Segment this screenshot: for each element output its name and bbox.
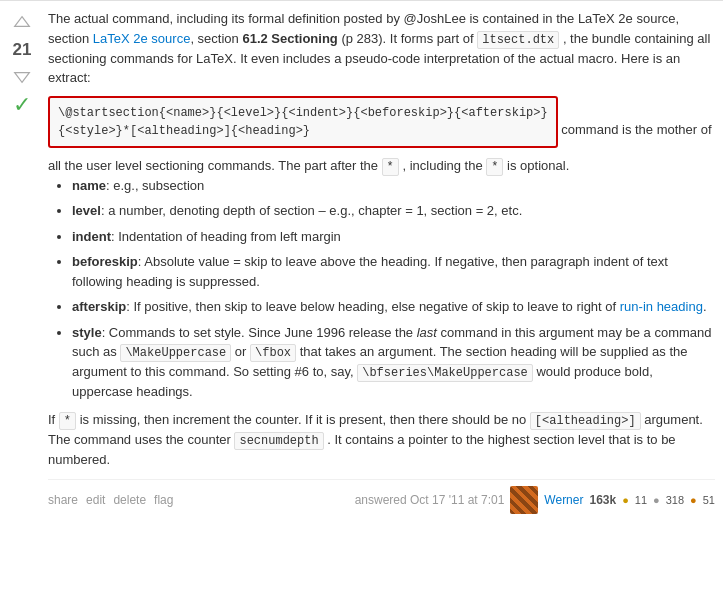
footer-after-star: is missing, then increment the counter. …: [76, 412, 530, 427]
accepted-checkmark: ✓: [13, 92, 31, 118]
avatar: [510, 486, 538, 514]
list-item-style: style: Commands to set style. Since June…: [72, 323, 715, 402]
list-item-indent: indent: Indentation of heading from left…: [72, 227, 715, 247]
user-rep: 163k: [589, 493, 616, 507]
vote-down-icon[interactable]: [11, 64, 33, 86]
footer-if: If: [48, 412, 59, 427]
optional-text: , including the: [402, 158, 486, 173]
params-list: name: e.g., subsection level: a number, …: [72, 176, 715, 402]
flag-link[interactable]: flag: [154, 493, 173, 507]
gold-badge-icon: ●: [622, 494, 629, 506]
startsection-code-block: \@startsection{<name>}{<level>}{<indent>…: [48, 96, 558, 148]
footer-star-code: *: [59, 412, 76, 430]
list-item-afterskip: afterskip: If positive, then skip to lea…: [72, 297, 715, 317]
avatar-img: [510, 486, 538, 514]
term-indent-text: : Indentation of heading from left margi…: [111, 229, 341, 244]
latex2e-source-link[interactable]: LaTeX 2e source: [93, 31, 191, 46]
star-inline: *: [382, 158, 399, 176]
term-name: name: [72, 178, 106, 193]
code-block-wrapper: \@startsection{<name>}{<level>}{<indent>…: [48, 96, 715, 176]
term-indent: indent: [72, 229, 111, 244]
footer-paragraph: If * is missing, then increment the coun…: [48, 410, 715, 470]
section-ref: 61.2 Sectioning: [242, 31, 337, 46]
vote-count: 21: [13, 41, 32, 58]
term-style-or: or: [231, 344, 250, 359]
delete-link[interactable]: delete: [113, 493, 146, 507]
user-name-link[interactable]: Werner: [544, 493, 583, 507]
silver-badge-count: 318: [666, 494, 684, 506]
list-item-level: level: a number, denoting depth of secti…: [72, 201, 715, 221]
term-beforeskip: beforeskip: [72, 254, 138, 269]
bfseries-code: \bfseries\MakeUppercase: [357, 364, 533, 382]
answered-label: answered Oct 17 '11 at 7:01: [355, 493, 505, 507]
term-afterskip: afterskip: [72, 299, 126, 314]
content-column: The actual command, including its formal…: [40, 9, 719, 514]
ltsect-code: ltsect.dtx: [477, 31, 559, 49]
gold-badge-count: 11: [635, 494, 647, 506]
run-in-heading-link[interactable]: run-in heading: [620, 299, 703, 314]
fbox-code: \fbox: [250, 344, 296, 362]
answer-body: The actual command, including its formal…: [48, 9, 715, 469]
term-style-before: : Commands to set style. Since June 1996…: [102, 325, 417, 340]
silver-badge-icon: ●: [653, 494, 660, 506]
term-level-text: : a number, denoting depth of section – …: [101, 203, 522, 218]
bronze-badge-count: 51: [703, 494, 715, 506]
answer-footer: share edit delete flag answered Oct 17 '…: [48, 479, 715, 514]
secnumdepth-code: secnumdepth: [234, 432, 323, 450]
star-inline2: *: [486, 158, 503, 176]
section-ref-suffix: (p 283). It forms part of: [338, 31, 477, 46]
edit-link[interactable]: edit: [86, 493, 105, 507]
answer-actions: share edit delete flag: [48, 493, 173, 507]
optional-suffix: is optional.: [507, 158, 569, 173]
code-line1: \@startsection{<name>}{<level>}{<indent>…: [58, 106, 548, 120]
code-line2: {<style>}*[<altheading>]{<heading>}: [58, 124, 310, 138]
term-style: style: [72, 325, 102, 340]
list-item-name: name: e.g., subsection: [72, 176, 715, 196]
share-link[interactable]: share: [48, 493, 78, 507]
makeuppercase-code: \MakeUppercase: [120, 344, 231, 362]
term-name-text: : e.g., subsection: [106, 178, 204, 193]
intro-paragraph: The actual command, including its formal…: [48, 9, 715, 88]
answerer-info: answered Oct 17 '11 at 7:01 Werner 163k …: [355, 486, 715, 514]
bronze-badge-icon: ●: [690, 494, 697, 506]
altheading-code: [<altheading>]: [530, 412, 641, 430]
term-style-italic: last: [417, 325, 437, 340]
vote-column: 21 ✓: [4, 9, 40, 514]
vote-up-icon[interactable]: [11, 13, 33, 35]
term-afterskip-text: : If positive, then skip to leave below …: [126, 299, 620, 314]
list-item-beforeskip: beforeskip: Absolute value = skip to lea…: [72, 252, 715, 291]
term-level: level: [72, 203, 101, 218]
term-beforeskip-text: : Absolute value = skip to leave above t…: [72, 254, 668, 289]
afterskip-period: .: [703, 299, 707, 314]
answer-container: 21 ✓ The actual command, including its f…: [0, 0, 723, 522]
